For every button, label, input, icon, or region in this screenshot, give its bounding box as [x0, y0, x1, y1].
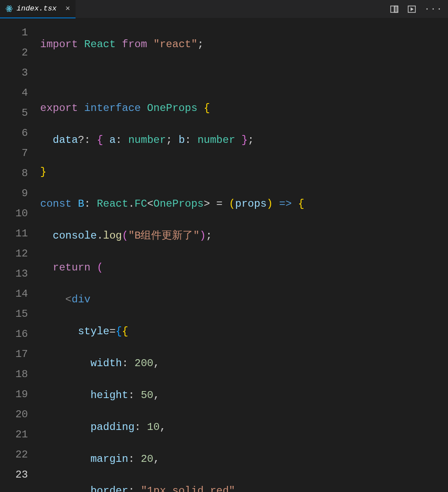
svg-point-0: [9, 8, 10, 9]
code-line[interactable]: console.log("B组件更新了");: [40, 226, 448, 246]
code-line[interactable]: return (: [40, 258, 448, 278]
line-number: 1: [0, 23, 40, 43]
run-cell-icon[interactable]: [407, 4, 417, 14]
titlebar-actions: ···: [389, 4, 448, 14]
line-number: 6: [0, 123, 40, 143]
line-number: 9: [0, 184, 40, 204]
titlebar: index.tsx × ···: [0, 0, 448, 18]
split-editor-icon[interactable]: [389, 4, 399, 14]
code-line[interactable]: [40, 66, 448, 87]
code-line[interactable]: import React from "react";: [40, 35, 448, 55]
line-number: 5: [0, 103, 40, 123]
code-line[interactable]: width: 200,: [40, 353, 448, 374]
svg-rect-6: [394, 6, 398, 12]
code-line[interactable]: style={{: [40, 322, 448, 342]
line-number: 2: [0, 43, 40, 63]
svg-marker-8: [411, 8, 413, 10]
code-line[interactable]: data?: { a: number; b: number };: [40, 130, 448, 150]
line-number: 12: [0, 244, 40, 264]
line-number: 8: [0, 163, 40, 184]
code-line[interactable]: padding: 10,: [40, 417, 448, 437]
code-area[interactable]: import React from "react"; export interf…: [40, 18, 448, 492]
code-line[interactable]: const B: React.FC<OneProps> = (props) =>…: [40, 194, 448, 214]
code-line[interactable]: height: 50,: [40, 385, 448, 405]
line-number: 14: [0, 284, 40, 304]
more-actions-icon[interactable]: ···: [424, 4, 443, 14]
line-number: 7: [0, 143, 40, 163]
line-number: 3: [0, 63, 40, 83]
line-number: 19: [0, 385, 40, 405]
line-number: 21: [0, 425, 40, 445]
code-line[interactable]: <div: [40, 290, 448, 310]
line-number-active: 23: [0, 465, 40, 485]
close-icon[interactable]: ×: [65, 5, 70, 13]
line-number: 13: [0, 264, 40, 284]
editor[interactable]: 1 2 3 4 5 6 7 8 9 10 11 12 13 14 15 16 1…: [0, 18, 448, 492]
line-number: 20: [0, 405, 40, 425]
code-line[interactable]: margin: 20,: [40, 449, 448, 469]
line-number: 11: [0, 224, 40, 244]
code-line[interactable]: border: "1px solid red": [40, 481, 448, 492]
code-line[interactable]: }: [40, 162, 448, 182]
line-number: 4: [0, 83, 40, 103]
line-number: 18: [0, 364, 40, 385]
line-number: 22: [0, 445, 40, 465]
line-number: 10: [0, 204, 40, 224]
gutter: 1 2 3 4 5 6 7 8 9 10 11 12 13 14 15 16 1…: [0, 18, 40, 492]
code-line[interactable]: export interface OneProps {: [40, 98, 448, 118]
line-number: 17: [0, 344, 40, 364]
line-number: 16: [0, 324, 40, 344]
tab-filename: index.tsx: [17, 4, 57, 13]
react-icon: [5, 5, 13, 13]
line-number: 15: [0, 304, 40, 324]
tab-active[interactable]: index.tsx ×: [0, 0, 76, 18]
